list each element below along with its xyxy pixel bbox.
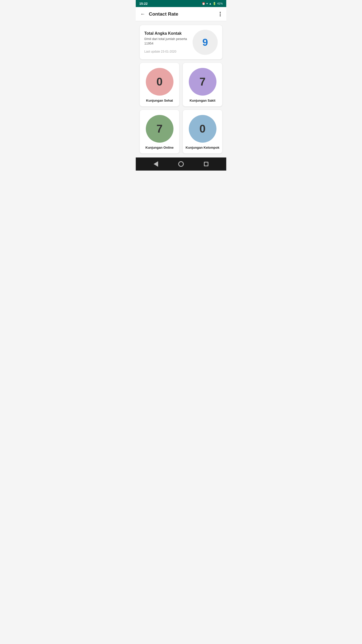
back-arrow-icon: ← bbox=[140, 11, 145, 17]
status-time: 15:22 bbox=[139, 2, 148, 6]
total-card-subtitle: 0/mil dari total jumlah peserta 11954 bbox=[144, 37, 189, 46]
alarm-icon: ⏰ bbox=[202, 2, 205, 5]
nav-back-button[interactable] bbox=[151, 159, 160, 169]
stat-value-sakit: 7 bbox=[199, 75, 205, 88]
stat-circle-sakit: 7 bbox=[189, 68, 216, 96]
stat-card-sehat[interactable]: 0 Kunjungan Sehat bbox=[140, 63, 179, 106]
stats-grid-row2: 7 Kunjungan Online 0 Kunjungan Kelompok bbox=[140, 110, 222, 153]
stat-value-kelompok: 0 bbox=[199, 123, 205, 135]
stat-circle-sehat: 0 bbox=[146, 68, 173, 96]
stats-grid-row1: 0 Kunjungan Sehat 7 Kunjungan Sakit bbox=[140, 63, 222, 106]
page-title: Contact Rate bbox=[149, 11, 218, 17]
more-dot-1 bbox=[220, 12, 221, 13]
stat-card-kelompok[interactable]: 0 Kunjungan Kelompok bbox=[183, 110, 222, 153]
wifi-icon: ▾ bbox=[206, 2, 208, 5]
more-options-button[interactable] bbox=[218, 11, 223, 17]
more-dot-3 bbox=[220, 15, 221, 16]
nav-home-icon bbox=[178, 161, 184, 167]
status-icons: ⏰ ▾ ▲ 🔋 41% bbox=[202, 2, 223, 5]
total-card-left: Total Angka Kontak 0/mil dari total juml… bbox=[144, 31, 189, 53]
main-content: Total Angka Kontak 0/mil dari total juml… bbox=[136, 21, 226, 157]
stat-label-online: Kunjungan Online bbox=[146, 146, 174, 149]
stat-circle-online: 7 bbox=[146, 115, 173, 143]
total-card-title: Total Angka Kontak bbox=[144, 31, 189, 36]
total-circle-value: 9 bbox=[202, 37, 208, 48]
total-card: Total Angka Kontak 0/mil dari total juml… bbox=[140, 25, 222, 59]
battery-icon: 🔋 bbox=[213, 2, 216, 5]
stat-value-sehat: 0 bbox=[156, 75, 162, 88]
nav-home-button[interactable] bbox=[176, 159, 186, 169]
app-bar: ← Contact Rate bbox=[136, 7, 226, 21]
stat-value-online: 7 bbox=[156, 123, 162, 135]
status-bar: 15:22 ⏰ ▾ ▲ 🔋 41% bbox=[136, 0, 226, 7]
stat-label-sakit: Kunjungan Sakit bbox=[190, 99, 215, 102]
total-circle: 9 bbox=[193, 30, 218, 55]
stat-card-online[interactable]: 7 Kunjungan Online bbox=[140, 110, 179, 153]
stat-label-sehat: Kunjungan Sehat bbox=[146, 99, 173, 102]
nav-bar bbox=[136, 157, 226, 171]
nav-recents-icon bbox=[204, 162, 208, 166]
back-button[interactable]: ← bbox=[139, 10, 146, 18]
more-dot-2 bbox=[220, 14, 221, 15]
nav-back-icon bbox=[154, 161, 158, 167]
total-card-update: Last update 23-01-2020 bbox=[144, 50, 189, 53]
stat-label-kelompok: Kunjungan Kelompok bbox=[186, 146, 219, 149]
battery-percent: 41% bbox=[217, 2, 223, 5]
stat-circle-kelompok: 0 bbox=[189, 115, 216, 143]
signal-icon: ▲ bbox=[209, 2, 212, 5]
nav-recents-button[interactable] bbox=[202, 159, 211, 169]
stat-card-sakit[interactable]: 7 Kunjungan Sakit bbox=[183, 63, 222, 106]
